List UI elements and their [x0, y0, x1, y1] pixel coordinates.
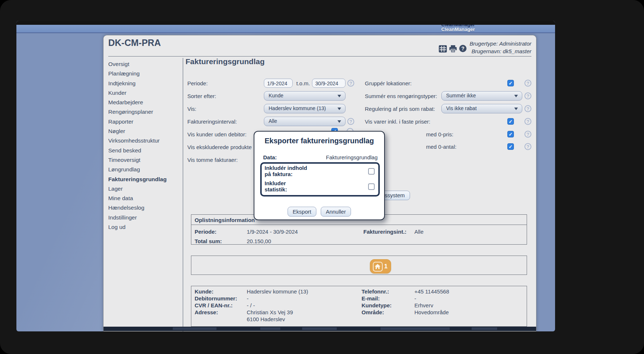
location-count: 1 [384, 263, 387, 270]
summary-interval-value: Alle [414, 229, 424, 235]
include-invoice-content-checkbox[interactable] [368, 168, 375, 175]
sidebar-item-indtjekning[interactable]: Indtjekning [108, 79, 181, 88]
med-0-antal-checkbox[interactable]: ✓ [507, 143, 514, 150]
kundetype-value: Erhverv [414, 302, 433, 308]
med-0-antal-help-icon[interactable]: ? [524, 143, 531, 150]
house-icon [373, 262, 383, 272]
periode-help-icon[interactable]: ? [347, 80, 354, 87]
export-modal: Eksporter faktureringsgrundlag Data: Fak… [254, 131, 385, 220]
sidebar-item-faktureringsgrundlag[interactable]: Faktureringsgrundlag [108, 175, 181, 184]
cleanmanager-header-bar: CleanManager CleanManager [16, 25, 555, 33]
dropdown-arrow-icon [514, 95, 518, 97]
label-med-0-antal: med 0-antal: [426, 144, 456, 150]
dropdown-arrow-icon [514, 108, 518, 110]
desktop-background: CleanManager CleanManager DK-CM-PRA ? Br… [16, 21, 555, 331]
med-0-pris-checkbox[interactable]: ✓ [507, 131, 514, 137]
telefonnr-label: Telefonnr.: [362, 288, 389, 295]
email-label: E-mail: [362, 295, 380, 302]
period-to-input[interactable] [312, 79, 346, 88]
sidebar-item-rengoeringsplaner[interactable]: Rengøringsplaner [108, 107, 181, 117]
summary-header: Oplistningsinformation [195, 217, 255, 223]
content-heading: Faktureringsgrundlag [186, 57, 265, 66]
cvr-ean-label: CVR / EAN-nr.: [195, 302, 233, 308]
sorter-efter-select[interactable]: Kunde [264, 91, 346, 101]
cancel-button[interactable]: Annuller [321, 207, 351, 217]
sidebar-item-send-besked[interactable]: Send besked [108, 146, 181, 155]
label-sorter-efter: Sorter efter: [187, 93, 216, 99]
sidebar-item-kunder[interactable]: Kunder [108, 88, 181, 98]
sidebar-divider [183, 58, 183, 331]
vis-varer-faste-priser-help-icon[interactable]: ? [524, 118, 531, 125]
med-0-pris-help-icon[interactable]: ? [524, 131, 531, 138]
sidebar-item-mine-data[interactable]: Mine data [108, 194, 181, 203]
location-button[interactable]: 1 [370, 259, 391, 273]
label-tom: t.o.m. [296, 80, 310, 86]
cleanmanager-logo: CleanManager [441, 27, 475, 32]
sidebar-item-noegler[interactable]: Nøgler [108, 127, 181, 136]
export-button[interactable]: Eksport [288, 207, 316, 217]
sidebar-item-medarbejdere[interactable]: Medarbejdere [108, 98, 181, 107]
summary-total-value: 20.150,00 [247, 238, 271, 244]
summary-interval-label: Faktureringsint.: [363, 229, 406, 235]
summary-periode-label: Periode: [195, 229, 216, 235]
sidebar-item-log-ud[interactable]: Log ud [108, 222, 181, 232]
page-title: DK-CM-PRA [108, 38, 161, 48]
grid-view-icon[interactable] [439, 45, 447, 52]
dropdown-arrow-icon [337, 108, 341, 110]
debitornummer-label: Debitornummer: [195, 295, 237, 302]
label-med-0-pris: med 0-pris: [426, 131, 453, 137]
sidebar-item-lager[interactable]: Lager [108, 184, 181, 194]
header-separator [108, 56, 531, 57]
sidebar-item-indstillinger[interactable]: Indstillinger [108, 213, 181, 222]
sidebar-item-planlaegning[interactable]: Planlægning [108, 69, 181, 78]
help-icon[interactable]: ? [459, 45, 467, 52]
modal-data-value: Faktureringsgrundlag [326, 154, 378, 160]
omraade-value: Hovedområde [414, 309, 449, 315]
kundetype-label: Kundetype: [362, 302, 392, 308]
summary-total-label: Total sum: [195, 238, 222, 244]
user-type: Brugertype: Administrator [469, 40, 531, 47]
label-vis-varer-faste-priser: Vis varer inkl. i faste priser: [365, 118, 430, 125]
label-grupper-lokationer: Gruppér lokationer: [365, 80, 411, 86]
sidebar-nav: Oversigt Planlægning Indtjekning Kunder … [108, 59, 181, 232]
kunde-label: Kunde: [195, 288, 214, 295]
regulering-rabat-help-icon[interactable]: ? [524, 105, 531, 112]
label-summer-ens: Summér ens rengøringstyper: [365, 93, 437, 99]
screenshot-frame: CleanManager CleanManager DK-CM-PRA ? Br… [0, 0, 644, 354]
summer-ens-select[interactable]: Summér ikke [441, 91, 522, 101]
label-vis-ekskluderede-produkter: Vis ekskluderede produkte [187, 144, 252, 150]
include-invoice-content-label: Inkludér indhold på faktura: [265, 165, 307, 177]
include-statistics-checkbox[interactable] [368, 183, 375, 190]
label-vis-kunder-uden-debitor: Vis kunder uden debitor: [187, 131, 246, 137]
adresse-label: Adresse: [195, 309, 218, 315]
app-panel: DK-CM-PRA ? Brugertype: Administrator Br… [103, 35, 536, 331]
sidebar-item-virksomhedsstruktur[interactable]: Virksomhedsstruktur [108, 136, 181, 145]
sidebar-item-haendelseslog[interactable]: Hændelseslog [108, 203, 181, 213]
sidebar-item-rapporter[interactable]: Rapporter [108, 117, 181, 127]
print-icon[interactable] [449, 45, 457, 52]
vis-select[interactable]: Haderslev kommune (13) [264, 104, 346, 113]
sidebar-item-oversigt[interactable]: Oversigt [108, 59, 181, 69]
cvr-ean-value: - / - [247, 302, 255, 308]
vis-varer-faste-priser-checkbox[interactable]: ✓ [507, 118, 514, 125]
summer-ens-help-icon[interactable]: ? [524, 93, 531, 100]
grupper-lokationer-help-icon[interactable]: ? [524, 80, 531, 87]
faktureringsinterval-select[interactable]: Alle [264, 117, 346, 126]
label-periode: Periode: [187, 80, 208, 86]
omraade-label: Område: [362, 309, 384, 315]
include-statistics-label: Inkluder statistik: [265, 180, 287, 192]
label-regulering-rabat: Regulering af pris som rabat: [365, 106, 435, 112]
period-from-input[interactable] [264, 79, 293, 88]
sidebar-item-timeoversigt[interactable]: Timeoversigt [108, 155, 181, 165]
modal-title: Eksporter faktureringsgrundlag [254, 137, 384, 145]
adresse-value-line2: 6100 Haderslev [247, 316, 285, 322]
modal-data-label: Data: [263, 154, 277, 160]
label-faktureringsinterval: Faktureringsinterval: [187, 118, 237, 125]
telefonnr-value: +45 11445568 [414, 288, 449, 295]
user-info: Brugertype: Administrator Brugernavn: dk… [469, 40, 531, 55]
grupper-lokationer-checkbox[interactable]: ✓ [507, 80, 514, 86]
regulering-rabat-select[interactable]: Vis ikke rabat [441, 104, 522, 113]
customer-box: Kunde: Haderslev kommune (13) Debitornum… [191, 286, 527, 327]
sidebar-item-loengrundlag[interactable]: Løngrundlag [108, 165, 181, 174]
faktureringsinterval-help-icon[interactable]: ? [347, 118, 354, 125]
